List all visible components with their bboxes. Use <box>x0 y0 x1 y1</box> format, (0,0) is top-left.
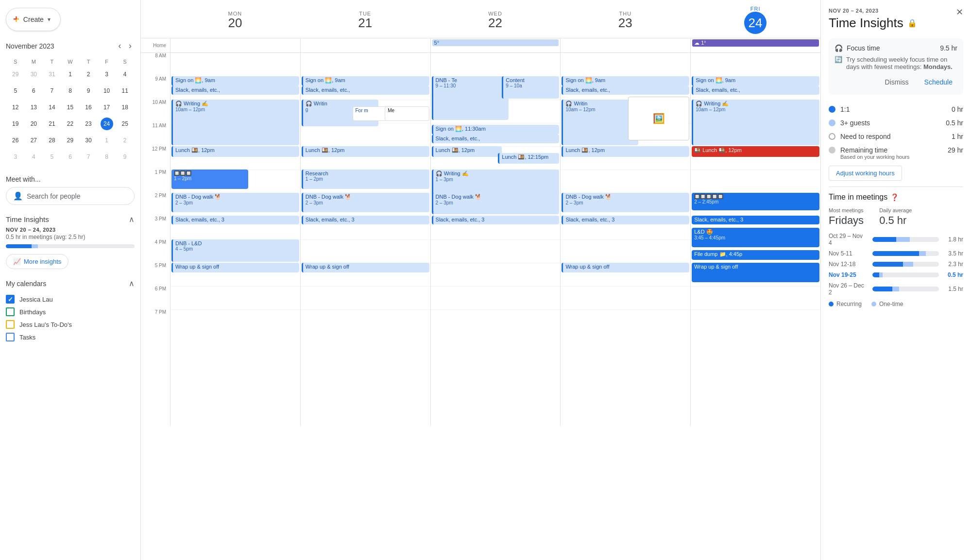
mini-cal-day[interactable]: 27 <box>25 133 43 148</box>
mini-cal-day[interactable]: 1 <box>98 133 116 148</box>
event-thu-writing[interactable]: 🎧 Writin 10am – 12pm <box>562 100 638 145</box>
event-fri-slack[interactable]: Slack, emails, etc., <box>692 86 819 95</box>
event-mon-ld[interactable]: DNB - L&D 4 – 5pm <box>171 239 299 262</box>
allday-wed-weather[interactable]: 5° <box>432 39 559 46</box>
mini-cal-day[interactable]: 7 <box>80 149 97 165</box>
event-wed-lunch2[interactable]: Lunch 🍱, 12:15pm <box>498 153 559 164</box>
mini-cal-day[interactable]: 26 <box>7 133 24 148</box>
time-insights-collapse-btn[interactable]: ∧ <box>129 215 135 224</box>
event-tue-signon[interactable]: Sign on 🌅, 9am <box>302 76 429 86</box>
event-thu-popup[interactable]: 🖼️ <box>628 97 689 140</box>
adjust-working-hours-button[interactable]: Adjust working hours <box>829 166 902 181</box>
event-mon-wrapup[interactable]: Wrap up & sign off <box>171 263 299 272</box>
mini-cal-day[interactable]: 30 <box>80 133 97 148</box>
event-mon-signon[interactable]: Sign on 🌅, 9am <box>171 76 299 86</box>
mini-cal-day[interactable]: 4 <box>116 67 134 82</box>
mini-cal-day[interactable]: 6 <box>62 149 79 165</box>
event-tue-me[interactable]: Me <box>385 106 429 121</box>
calendar-item-todos[interactable]: Jess Lau's To-Do's <box>6 318 135 331</box>
mini-cal-day[interactable]: 29 <box>62 133 79 148</box>
event-mon-1pm[interactable]: 🔲🔲🔲 1 – 2pm <box>171 170 248 189</box>
close-button[interactable]: ✕ <box>956 7 963 17</box>
dismiss-button[interactable]: Dismiss <box>880 75 914 89</box>
event-tue-research[interactable]: Research 1 – 2pm <box>302 170 429 189</box>
event-fri-signon[interactable]: Sign on 🌅, 9am <box>692 76 819 86</box>
mini-cal-day[interactable]: 1 <box>62 67 79 82</box>
event-tue-slack3[interactable]: Slack, emails, etc., 3 <box>302 216 429 224</box>
mini-cal-day[interactable]: 7 <box>43 83 61 99</box>
event-fri-2pm[interactable]: 🔲🔲🔲🔲🔲 2 – 2:45pm <box>692 193 819 210</box>
event-fri-writing[interactable]: 🎧 Writing ✍️ 10am – 12pm <box>692 100 819 145</box>
search-people-input[interactable]: 👤 Search for people <box>6 187 135 205</box>
event-thu-wrapup[interactable]: Wrap up & sign off <box>562 263 689 272</box>
mini-cal-day[interactable]: 23 <box>80 116 97 132</box>
mini-cal-day[interactable]: 22 <box>62 116 79 132</box>
mini-cal-day[interactable]: 13 <box>25 100 43 115</box>
event-mon-writing[interactable]: 🎧 Writing ✍️ 10am – 12pm <box>171 100 299 145</box>
mini-cal-day[interactable]: 3 <box>98 67 116 82</box>
mini-cal-day[interactable]: 14 <box>43 100 61 115</box>
event-wed-content[interactable]: Content 9 – 10a <box>502 76 559 99</box>
mini-cal-day[interactable]: 9 <box>116 149 134 165</box>
event-wed-dogwalk[interactable]: DNB - Dog walk 🐕 2 – 3pm <box>432 193 502 212</box>
mini-cal-day[interactable]: 21 <box>43 116 61 132</box>
event-tue-wrapup[interactable]: Wrap up & sign off <box>302 263 429 272</box>
event-mon-lunch[interactable]: Lunch 🍱, 12pm <box>171 146 299 157</box>
mini-cal-prev[interactable]: ‹ <box>115 39 124 53</box>
event-thu-slack3[interactable]: Slack, emails, etc., 3 <box>562 216 689 224</box>
mini-cal-day[interactable]: 28 <box>43 133 61 148</box>
event-wed-slack[interactable]: Slack, emails, etc., <box>432 135 560 143</box>
schedule-button[interactable]: Schedule <box>920 75 957 89</box>
my-calendars-collapse-btn[interactable]: ∧ <box>129 279 135 288</box>
calendar-item-birthdays[interactable]: Birthdays <box>6 305 135 318</box>
event-mon-slack3[interactable]: Slack, emails, etc., 3 <box>171 216 299 224</box>
mini-cal-day[interactable]: 12 <box>7 100 24 115</box>
mini-cal-day[interactable]: 10 <box>98 83 116 99</box>
event-thu-lunch[interactable]: Lunch 🍱, 12pm <box>562 146 689 157</box>
mini-cal-day[interactable]: 8 <box>62 83 79 99</box>
event-tue-dogwalk[interactable]: DNB - Dog walk 🐕 2 – 3pm <box>302 193 429 212</box>
event-fri-lunch[interactable]: 🍱 Lunch 🍱, 12pm <box>692 146 819 157</box>
allday-fri-weather[interactable]: ☁ 1° <box>692 39 819 47</box>
event-fri-ld[interactable]: L&D 🤩 3:45 – 4:45pm <box>692 228 819 247</box>
event-wed-slack3[interactable]: Slack, emails, etc., 3 <box>432 216 560 224</box>
mini-cal-day[interactable]: 3 <box>7 149 24 165</box>
more-insights-button[interactable]: 📈 More insights <box>6 254 68 269</box>
mini-cal-day[interactable]: 15 <box>62 100 79 115</box>
event-wed-signon[interactable]: Sign on 🌅, 11:30am <box>432 125 560 135</box>
mini-cal-day[interactable]: 24 <box>98 116 116 132</box>
event-tue-lunch[interactable]: Lunch 🍱, 12pm <box>302 146 429 157</box>
event-wed-lunch1[interactable]: Lunch 🍱, 12pm <box>432 146 502 157</box>
mini-cal-day[interactable]: 2 <box>80 67 97 82</box>
mini-cal-day[interactable]: 25 <box>116 116 134 132</box>
mini-cal-day[interactable]: 18 <box>116 100 134 115</box>
mini-cal-day[interactable]: 5 <box>7 83 24 99</box>
mini-cal-day[interactable]: 5 <box>43 149 61 165</box>
mini-cal-day[interactable]: 20 <box>25 116 43 132</box>
event-fri-slack3[interactable]: Slack, emails, etc., 3 <box>692 216 819 224</box>
calendar-item-tasks[interactable]: Tasks <box>6 331 135 343</box>
mini-cal-day[interactable]: 2 <box>116 133 134 148</box>
event-thu-dogwalk[interactable]: DNB - Dog walk 🐕 2 – 3pm <box>562 193 689 212</box>
mini-cal-day[interactable]: 29 <box>7 67 24 82</box>
event-thu-slack[interactable]: Slack, emails, etc., <box>562 86 689 95</box>
mini-cal-day[interactable]: 17 <box>98 100 116 115</box>
mini-cal-day[interactable]: 4 <box>25 149 43 165</box>
event-mon-slack[interactable]: Slack, emails, etc., <box>171 86 299 95</box>
mini-cal-day[interactable]: 19 <box>7 116 24 132</box>
event-fri-filedump[interactable]: File dump 📁, 4:45p <box>692 250 819 260</box>
mini-cal-day[interactable]: 11 <box>116 83 134 99</box>
event-wed-dnb[interactable]: DNB - Te 9 – 11:30 <box>432 76 509 120</box>
event-tue-slack[interactable]: Slack, emails, etc., <box>302 86 429 95</box>
event-mon-dogwalk[interactable]: DNB - Dog walk 🐕 2 – 3pm <box>171 193 299 212</box>
mini-cal-day[interactable]: 6 <box>25 83 43 99</box>
create-button[interactable]: + Create ▾ <box>6 8 61 31</box>
mini-cal-day[interactable]: 31 <box>43 67 61 82</box>
event-fri-wrapup[interactable]: Wrap up & sign off <box>692 263 819 282</box>
mini-cal-day[interactable]: 9 <box>80 83 97 99</box>
mini-cal-day[interactable]: 8 <box>98 149 116 165</box>
event-thu-signon[interactable]: Sign on 🌅, 9am <box>562 76 689 86</box>
mini-cal-day[interactable]: 30 <box>25 67 43 82</box>
mini-cal-day[interactable]: 16 <box>80 100 97 115</box>
mini-cal-next[interactable]: › <box>126 39 135 53</box>
